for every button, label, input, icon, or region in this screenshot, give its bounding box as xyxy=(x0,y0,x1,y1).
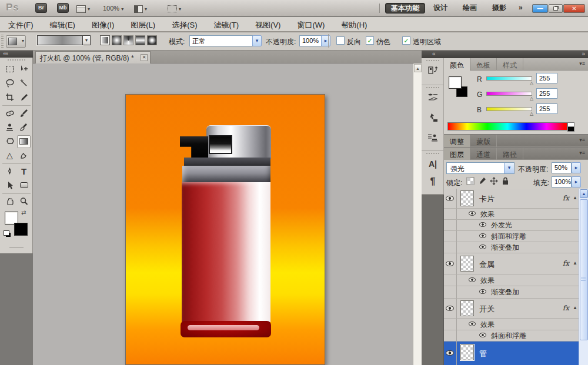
visibility-eye-icon[interactable] xyxy=(479,233,486,238)
workspace-design-button[interactable]: 设计 xyxy=(428,3,453,14)
gradient-tool[interactable] xyxy=(17,135,31,148)
workspace-painting-button[interactable]: 绘画 xyxy=(457,3,482,14)
tab-color[interactable]: 颜色 xyxy=(444,58,470,71)
history-panel-icon[interactable] xyxy=(422,65,444,82)
zoom-tool[interactable] xyxy=(17,195,31,208)
effects-collapse-icon[interactable]: ▲ xyxy=(573,195,577,200)
visibility-eye-icon[interactable] xyxy=(446,306,454,311)
fill-spinner[interactable]: ▸ xyxy=(572,176,581,187)
visibility-eye-icon[interactable] xyxy=(446,196,454,201)
color-spectrum-ramp[interactable] xyxy=(447,122,567,130)
scroll-up-icon[interactable]: ▲ xyxy=(580,189,588,198)
channel-g-slider[interactable] xyxy=(486,92,532,96)
opacity-spinner[interactable]: ▸ xyxy=(321,35,330,46)
layer-thumbnail[interactable] xyxy=(460,344,474,360)
brush-presets-panel-icon[interactable] xyxy=(422,92,444,109)
layer-name[interactable]: 管 xyxy=(479,349,487,359)
eraser-tool[interactable] xyxy=(3,135,16,148)
channel-g-value[interactable]: 255 xyxy=(536,88,557,99)
default-colors-icon[interactable] xyxy=(4,230,9,236)
tab-paths[interactable]: 路径 xyxy=(497,148,523,160)
lock-all-icon[interactable] xyxy=(502,177,509,187)
menu-select[interactable]: 选择(S) xyxy=(163,17,205,32)
effect-row[interactable]: 斜面和浮雕 xyxy=(444,330,588,341)
document-vertical-scrollbar[interactable]: ▲ xyxy=(413,63,422,365)
hand-tool[interactable] xyxy=(3,195,16,208)
menu-view[interactable]: 视图(V) xyxy=(247,17,289,32)
shape-tool[interactable] xyxy=(17,179,31,192)
path-selection-tool[interactable] xyxy=(3,179,16,192)
transparency-checkbox[interactable]: ✓ xyxy=(402,36,410,45)
move-tool[interactable] xyxy=(17,63,31,76)
dither-checkbox[interactable]: ✓ xyxy=(366,36,374,45)
tools-panel-resize-grip[interactable] xyxy=(9,247,24,248)
spectrum-black-swatch[interactable] xyxy=(567,126,574,132)
arrange-documents-button[interactable]: ▾ xyxy=(76,4,90,13)
document-tab[interactable]: 打火机 @ 100% (管, RGB/8) * ✕ xyxy=(35,51,151,63)
healing-brush-tool[interactable] xyxy=(3,107,16,120)
effects-header-row[interactable]: 效果 xyxy=(444,209,588,220)
menu-image[interactable]: 图像(I) xyxy=(83,17,122,32)
visibility-eye-icon[interactable] xyxy=(469,322,476,326)
visibility-eye-icon[interactable] xyxy=(446,350,454,356)
smudge-tool[interactable] xyxy=(17,149,31,162)
effect-row[interactable]: 外发光 xyxy=(444,220,588,231)
fx-badge[interactable]: fx xyxy=(563,259,569,267)
panel-menu-icon[interactable]: ▾≡ xyxy=(579,150,585,156)
layer-name[interactable]: 卡片 xyxy=(479,194,495,205)
menu-filter[interactable]: 滤镜(T) xyxy=(205,17,247,32)
scroll-up-icon[interactable]: ▲ xyxy=(414,64,422,72)
brush-tool[interactable] xyxy=(17,107,31,120)
crop-tool[interactable] xyxy=(3,91,16,104)
tab-swatches[interactable]: 色板 xyxy=(470,58,497,71)
mini-bridge-button[interactable]: Mb xyxy=(57,3,69,13)
clone-stamp-tool[interactable] xyxy=(3,121,16,134)
menu-edit[interactable]: 编辑(E) xyxy=(42,17,83,32)
layer-thumbnail[interactable] xyxy=(460,256,474,272)
tab-adjustments[interactable]: 调整 xyxy=(444,135,470,147)
menu-window[interactable]: 窗口(W) xyxy=(289,17,333,32)
angle-gradient-button[interactable] xyxy=(123,35,133,45)
channel-b-value[interactable]: 255 xyxy=(536,103,557,114)
menu-layer[interactable]: 图层(L) xyxy=(122,17,163,32)
blend-mode-select[interactable]: 强光 ▾ xyxy=(446,162,514,174)
layer-row[interactable]: 开关 fx ▲ xyxy=(444,299,588,319)
visibility-eye-icon[interactable] xyxy=(479,333,486,337)
reverse-checkbox[interactable] xyxy=(336,36,345,45)
lasso-tool[interactable] xyxy=(3,77,16,90)
gradient-preview[interactable] xyxy=(37,35,83,45)
channel-r-slider[interactable] xyxy=(486,76,532,81)
fx-badge[interactable]: fx xyxy=(563,194,569,202)
lock-pixels-icon[interactable] xyxy=(478,177,486,187)
background-color-swatch[interactable] xyxy=(14,223,28,236)
blur-tool[interactable]: △ xyxy=(3,149,16,162)
quick-selection-tool[interactable] xyxy=(17,77,31,90)
tab-masks[interactable]: 蒙版 xyxy=(470,135,497,147)
visibility-eye-icon[interactable] xyxy=(479,289,486,294)
effects-collapse-icon[interactable]: ▲ xyxy=(573,305,577,310)
lock-transparency-icon[interactable] xyxy=(466,177,475,187)
tab-channels[interactable]: 通道 xyxy=(470,148,497,160)
close-button[interactable]: ✕ xyxy=(563,4,585,13)
pen-tool[interactable] xyxy=(3,165,16,178)
tools-panel-collapse[interactable]: «« xyxy=(0,51,33,58)
mode-select[interactable]: 正常 xyxy=(189,35,253,46)
lock-position-icon[interactable] xyxy=(490,177,498,187)
collapse-strip-icon[interactable]: « xyxy=(432,51,435,58)
channel-b-slider[interactable] xyxy=(486,107,532,111)
linear-gradient-button[interactable] xyxy=(100,35,110,45)
zoom-level-control[interactable]: 100%▾ xyxy=(103,4,123,13)
paragraph-panel-icon[interactable]: ¶ xyxy=(422,173,444,191)
layer-row[interactable]: 金属 fx ▲ xyxy=(444,253,588,274)
history-brush-tool[interactable] xyxy=(17,121,31,134)
slider-handle-icon[interactable]: △ xyxy=(530,81,533,86)
view-extras-button[interactable]: ▾ xyxy=(134,4,147,13)
effect-row[interactable]: 渐变叠加 xyxy=(444,286,588,299)
workspace-overflow-chevron[interactable]: » xyxy=(513,3,528,14)
slider-handle-icon[interactable]: △ xyxy=(530,96,533,101)
visibility-eye-icon[interactable] xyxy=(479,245,486,249)
effects-collapse-icon[interactable]: ▲ xyxy=(573,260,577,266)
panel-menu-icon[interactable]: ▾≡ xyxy=(579,61,585,66)
options-bar-grip[interactable] xyxy=(1,35,4,48)
layer-thumbnail[interactable] xyxy=(460,190,474,206)
